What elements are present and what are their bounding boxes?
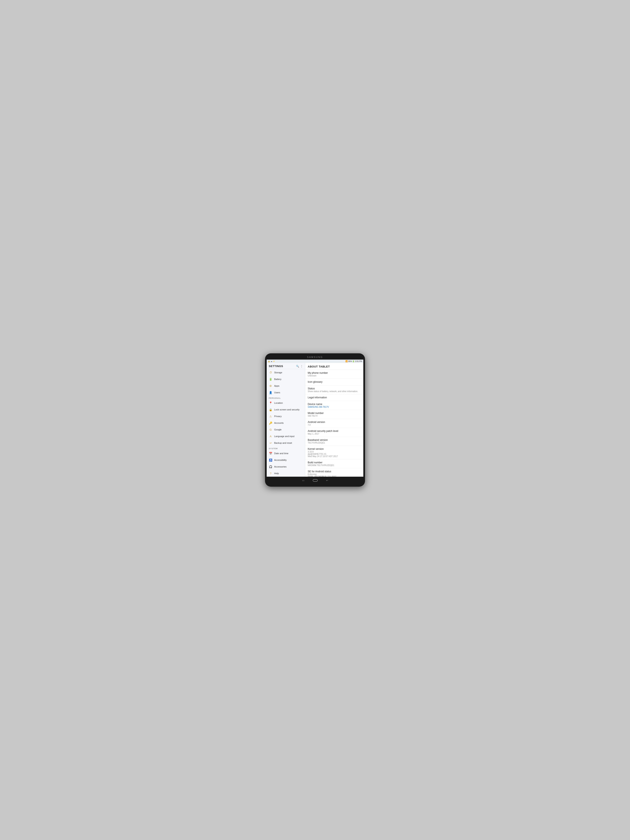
sidebar: SETTINGS 🔍 ⋮ ⏱Storage🔋Battery⚙Apps👤Users… bbox=[267, 363, 305, 477]
sidebar-item-label-storage: Storage bbox=[274, 371, 282, 374]
sidebar-items-list: ⏱Storage🔋Battery⚙Apps👤UsersPERSONAL📍Loca… bbox=[267, 369, 305, 477]
content-item-model-number[interactable]: Model numberSM-T817V bbox=[305, 410, 363, 419]
content-item-title-se-status: SE for Android status bbox=[308, 470, 361, 473]
google-icon: G bbox=[269, 428, 273, 431]
content-item-status[interactable]: StatusShow status of battery, network, a… bbox=[305, 385, 363, 395]
backup-icon: ↩ bbox=[269, 441, 273, 445]
content-item-title-android-version: Android version bbox=[308, 421, 361, 423]
sidebar-item-label-battery: Battery bbox=[274, 378, 281, 381]
content-item-baseband[interactable]: Baseband versionT817VVRU2DQE1 bbox=[305, 437, 363, 446]
content-item-title-legal: Legal information bbox=[308, 396, 361, 399]
status-right-icons: 📶 95% 🔋 2:01 PM bbox=[346, 360, 362, 362]
accounts-icon: 🔑 bbox=[269, 421, 273, 425]
content-item-subtitle-security-patch: May 1, 2017 bbox=[308, 433, 361, 435]
search-icon[interactable]: 🔍 bbox=[296, 365, 299, 368]
sidebar-item-datetime[interactable]: 📅Date and time bbox=[267, 450, 305, 457]
sidebar-item-apps[interactable]: ⚙Apps bbox=[267, 382, 305, 389]
time-display: 2:01 PM bbox=[355, 360, 362, 362]
content-title: ABOUT TABLET bbox=[308, 365, 330, 368]
battery-icon: 🔋 bbox=[352, 360, 355, 362]
sidebar-item-accessories[interactable]: 🎧Accessories bbox=[267, 463, 305, 470]
content-header: ABOUT TABLET bbox=[305, 363, 363, 370]
sidebar-item-label-users: Users bbox=[274, 391, 280, 394]
content-item-icon-glossary[interactable]: Icon glossary bbox=[305, 379, 363, 385]
battery-icon: 🔋 bbox=[269, 377, 273, 381]
content-item-subtitle-phone-number: Unknown bbox=[308, 374, 361, 377]
more-icon[interactable]: ⋮ bbox=[300, 365, 303, 368]
sidebar-item-label-datetime: Date and time bbox=[274, 452, 288, 455]
lock-screen-icon: 🔒 bbox=[269, 408, 273, 412]
recent-apps-button[interactable]: ▭ bbox=[302, 479, 305, 482]
data-icon: ⚡ bbox=[273, 360, 275, 362]
sidebar-item-storage[interactable]: ⏱Storage bbox=[267, 369, 305, 376]
content-item-device-name[interactable]: Device nameSAMSUNG-SM-T817V bbox=[305, 401, 363, 410]
sidebar-title: SETTINGS bbox=[269, 365, 283, 368]
users-icon: 👤 bbox=[269, 391, 273, 395]
signal-icon: 📶 bbox=[346, 360, 348, 362]
content-item-subtitle-build: NRD90M.T817VVRU2DQE1 bbox=[308, 464, 361, 466]
sidebar-item-label-accessories: Accessories bbox=[274, 466, 286, 468]
content-item-legal[interactable]: Legal information bbox=[305, 395, 363, 401]
sidebar-item-accessibility[interactable]: ♿Accessibility bbox=[267, 457, 305, 463]
sidebar-item-battery[interactable]: 🔋Battery bbox=[267, 376, 305, 382]
status-bar: 🔒 ☁ ⚡ 📶 95% 🔋 2:01 PM bbox=[267, 360, 363, 363]
main-content: SETTINGS 🔍 ⋮ ⏱Storage🔋Battery⚙Apps👤Users… bbox=[267, 363, 363, 477]
sidebar-item-label-apps: Apps bbox=[274, 385, 279, 387]
sidebar-item-language[interactable]: ALanguage and input bbox=[267, 433, 305, 440]
content-item-se-status[interactable]: SE for Android statusEnforcing SEPF_SECM… bbox=[305, 468, 363, 477]
content-item-title-icon-glossary: Icon glossary bbox=[308, 381, 361, 383]
accessibility-icon: ♿ bbox=[269, 458, 273, 462]
accessories-icon: 🎧 bbox=[269, 465, 273, 469]
sidebar-item-privacy[interactable]: ⚠Privacy bbox=[267, 413, 305, 420]
content-item-subtitle-se-status: Enforcing SEPF_SECMOBILE_7.0_0007 Wed Ma… bbox=[308, 473, 361, 477]
content-panel: ABOUT TABLET My phone numberUnknownIcon … bbox=[305, 363, 363, 477]
content-item-subtitle-android-version: 7.0 bbox=[308, 424, 361, 426]
screen: 🔒 ☁ ⚡ 📶 95% 🔋 2:01 PM SETTINGS bbox=[267, 360, 363, 477]
storage-icon: ⏱ bbox=[269, 371, 273, 374]
sidebar-item-google[interactable]: GGoogle bbox=[267, 426, 305, 433]
content-item-subtitle-model-number: SM-T817V bbox=[308, 415, 361, 417]
sidebar-item-label-accounts: Accounts bbox=[274, 422, 284, 424]
content-item-subtitle-status: Show status of battery, network, and oth… bbox=[308, 390, 361, 393]
status-left-icons: 🔒 ☁ ⚡ bbox=[268, 360, 275, 362]
content-item-title-kernel: Kernel version bbox=[308, 447, 361, 450]
content-items-list: My phone numberUnknownIcon glossaryStatu… bbox=[305, 370, 363, 477]
sidebar-item-location[interactable]: 📍Location bbox=[267, 399, 305, 406]
battery-pct: 95% bbox=[348, 360, 352, 362]
content-item-build[interactable]: Build numberNRD90M.T817VVRU2DQE1 bbox=[305, 459, 363, 468]
sidebar-item-users[interactable]: 👤Users bbox=[267, 389, 305, 396]
section-label-system: SYSTEM bbox=[267, 446, 305, 450]
sidebar-item-help[interactable]: ?Help bbox=[267, 470, 305, 477]
sidebar-item-label-google: Google bbox=[274, 428, 281, 431]
sidebar-item-label-help: Help bbox=[274, 472, 279, 475]
sidebar-item-accounts[interactable]: 🔑Accounts bbox=[267, 420, 305, 426]
sidebar-item-label-accessibility: Accessibility bbox=[274, 459, 287, 461]
content-item-title-model-number: Model number bbox=[308, 412, 361, 415]
sidebar-header: SETTINGS 🔍 ⋮ bbox=[267, 363, 305, 369]
sidebar-item-lock-screen[interactable]: 🔒Lock screen and security bbox=[267, 406, 305, 413]
content-item-kernel[interactable]: Kernel version3.10.9 dpi@SWHE7701 #1 Wed… bbox=[305, 446, 363, 459]
sidebar-item-label-location: Location bbox=[274, 402, 283, 404]
content-item-title-device-name: Device name bbox=[308, 403, 361, 406]
home-button[interactable] bbox=[313, 479, 318, 482]
sidebar-item-backup[interactable]: ↩Backup and reset bbox=[267, 440, 305, 446]
sidebar-item-label-backup: Backup and reset bbox=[274, 442, 292, 444]
lock-icon: 🔒 bbox=[268, 360, 270, 362]
content-item-title-security-patch: Android security patch level bbox=[308, 429, 361, 433]
location-icon: 📍 bbox=[269, 401, 273, 405]
back-button[interactable]: ↩ bbox=[326, 479, 328, 482]
bottom-nav: ▭ ↩ bbox=[302, 477, 328, 483]
content-item-subtitle-device-name: SAMSUNG-SM-T817V bbox=[308, 406, 361, 408]
content-item-android-version[interactable]: Android version7.0 bbox=[305, 419, 363, 428]
content-item-subtitle-baseband: T817VVRU2DQE1 bbox=[308, 442, 361, 444]
content-item-subtitle-kernel: 3.10.9 dpi@SWHE7701 #1 Wed May 24 17:10:… bbox=[308, 451, 361, 458]
language-icon: A bbox=[269, 434, 273, 438]
sidebar-item-label-language: Language and input bbox=[274, 435, 294, 437]
apps-icon: ⚙ bbox=[269, 384, 273, 388]
content-item-title-build: Build number bbox=[308, 461, 361, 464]
content-item-phone-number[interactable]: My phone numberUnknown bbox=[305, 370, 363, 379]
datetime-icon: 📅 bbox=[269, 452, 273, 455]
content-item-security-patch[interactable]: Android security patch levelMay 1, 2017 bbox=[305, 428, 363, 437]
privacy-icon: ⚠ bbox=[269, 414, 273, 418]
content-item-title-baseband: Baseband version bbox=[308, 439, 361, 442]
